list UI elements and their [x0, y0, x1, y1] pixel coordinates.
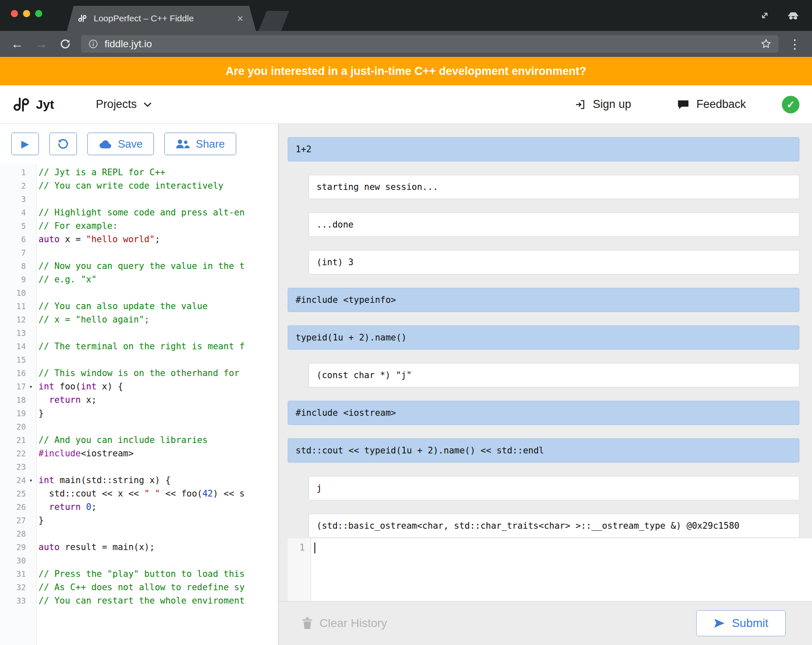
submit-button[interactable]: Submit: [696, 610, 786, 636]
repl-pane: 1+2starting new session......done(int) 3…: [278, 124, 812, 645]
line-number: 2: [0, 179, 26, 192]
repl-output-entry: ...done: [309, 212, 799, 237]
code-line[interactable]: 6auto x = "hello world";: [0, 233, 278, 246]
share-button[interactable]: Share: [164, 133, 236, 155]
code-line[interactable]: 13: [0, 326, 278, 340]
code-line[interactable]: 18 return x;: [0, 393, 278, 407]
repl-output-entry: (std::basic_ostream<char, std::char_trai…: [309, 514, 799, 538]
repl-input-entry[interactable]: typeid(1u + 2).name(): [288, 325, 799, 350]
repl-output-entry: j: [309, 476, 799, 500]
close-window-button[interactable]: [11, 10, 18, 17]
chevron-down-icon: [143, 102, 152, 108]
code-line[interactable]: 3: [0, 192, 278, 206]
bookmark-star-icon[interactable]: [760, 38, 772, 50]
back-icon[interactable]: ←: [11, 38, 23, 50]
code-line[interactable]: 7: [0, 246, 278, 259]
code-line[interactable]: 22#include<iostream>: [0, 447, 278, 460]
fold-spacer: [26, 326, 36, 340]
code-line[interactable]: 8// Now you can query the value in the t: [0, 259, 278, 273]
line-number: 29: [0, 540, 26, 554]
code-line[interactable]: 28: [0, 527, 278, 540]
line-number: 17: [0, 380, 26, 393]
code-line[interactable]: 2// You can write code interactively: [0, 179, 278, 192]
code-line[interactable]: 4// Highlight some code and press alt-en: [0, 206, 278, 219]
clear-history-label: Clear History: [319, 617, 387, 630]
signup-label: Sign up: [593, 98, 631, 111]
fold-arrow-icon[interactable]: ▾: [26, 474, 36, 487]
browser-menu-icon[interactable]: ⋮: [789, 37, 801, 51]
repl-output-entry: starting new session...: [309, 175, 799, 199]
new-tab-button[interactable]: [258, 11, 289, 31]
code-line[interactable]: 5// For example:: [0, 219, 278, 233]
code-line[interactable]: 19}: [0, 407, 278, 420]
tab-close-icon[interactable]: ×: [235, 13, 245, 24]
repl-input-area[interactable]: [311, 538, 812, 601]
code-text: return 0;: [36, 500, 97, 514]
code-line[interactable]: 17▾int foo(int x) {: [0, 380, 278, 393]
repl-input-entry[interactable]: 1+2: [288, 137, 799, 161]
run-button[interactable]: ▶: [11, 133, 39, 155]
code-line[interactable]: 32// As C++ does not allow to redefine s…: [0, 581, 278, 594]
fold-spacer: [26, 567, 36, 581]
code-line[interactable]: 23: [0, 460, 278, 474]
line-number: 33: [0, 594, 26, 607]
play-icon: ▶: [21, 138, 29, 150]
code-line[interactable]: 9// e.g. "x": [0, 273, 278, 286]
repl-input-entry[interactable]: std::cout << typeid(1u + 2).name() << st…: [288, 438, 799, 463]
code-line[interactable]: 33// You can restart the whole enviromen…: [0, 594, 278, 607]
line-number: 23: [0, 460, 26, 474]
repl-input-editor[interactable]: 1: [288, 538, 812, 601]
code-text: // e.g. "x": [36, 273, 97, 286]
browser-tab[interactable]: LoopPerfect – C++ Fiddle ×: [67, 6, 256, 31]
repl-output-entry: (const char *) "j": [309, 363, 799, 387]
repl-output-entry: (int) 3: [309, 250, 799, 274]
zoom-window-button[interactable]: [35, 10, 42, 17]
fold-spacer: [26, 527, 36, 540]
code-line[interactable]: 27}: [0, 514, 278, 527]
repl-input-entry[interactable]: #include <typeinfo>: [288, 288, 799, 312]
code-line[interactable]: 26 return 0;: [0, 500, 278, 514]
line-number: 5: [0, 219, 26, 233]
projects-menu[interactable]: Projects: [96, 98, 152, 111]
brand-name: Jyt: [36, 97, 54, 112]
code-line[interactable]: 15: [0, 353, 278, 366]
code-text: [36, 554, 38, 567]
url-bar[interactable]: fiddle.jyt.io: [81, 35, 779, 53]
code-line[interactable]: 11// You can also update the value: [0, 299, 278, 313]
expand-arrows-icon[interactable]: [759, 10, 770, 21]
code-line[interactable]: 25 std::cout << x << " " << foo(42) << s: [0, 487, 278, 500]
page-info-icon[interactable]: [88, 38, 99, 49]
reload-icon[interactable]: [59, 38, 71, 50]
code-line[interactable]: 24▾int main(std::string x) {: [0, 474, 278, 487]
code-line[interactable]: 14// The terminal on the right is meant …: [0, 340, 278, 353]
editor-toolbar: ▶ Save: [0, 124, 278, 164]
code-line[interactable]: 16// This window is on the otherhand for: [0, 366, 278, 380]
code-line[interactable]: 31// Press the "play" button to load thi…: [0, 567, 278, 581]
save-button[interactable]: Save: [87, 133, 154, 155]
repl-input-entry[interactable]: #include <iostream>: [288, 401, 799, 425]
code-line[interactable]: 29auto result = main(x);: [0, 540, 278, 554]
code-line[interactable]: 10: [0, 286, 278, 299]
clear-history-button[interactable]: Clear History: [302, 617, 387, 630]
fold-spacer: [26, 192, 36, 206]
line-number: 31: [0, 567, 26, 581]
code-line[interactable]: 20: [0, 420, 278, 433]
minimize-window-button[interactable]: [23, 10, 30, 17]
code-editor[interactable]: 1// Jyt is a REPL for C++2// You can wri…: [0, 164, 278, 645]
line-number: 19: [0, 407, 26, 420]
code-text: int main(std::string x) {: [36, 474, 171, 487]
code-line[interactable]: 12// x = "hello again";: [0, 313, 278, 326]
restart-icon: [57, 138, 69, 150]
feedback-link[interactable]: Feedback: [677, 98, 746, 111]
code-line[interactable]: 30: [0, 554, 278, 567]
forward-icon[interactable]: →: [35, 38, 48, 50]
tab-title: LoopPerfect – C++ Fiddle: [94, 13, 235, 23]
code-line[interactable]: 21// And you can include libraries: [0, 433, 278, 447]
line-number: 28: [0, 527, 26, 540]
restart-button[interactable]: [49, 133, 77, 155]
cloud-icon: [99, 139, 112, 149]
signup-link[interactable]: Sign up: [575, 98, 631, 111]
code-line[interactable]: 1// Jyt is a REPL for C++: [0, 166, 278, 179]
fold-arrow-icon[interactable]: ▾: [26, 380, 36, 393]
code-text: // The terminal on the right is meant f: [36, 340, 245, 353]
